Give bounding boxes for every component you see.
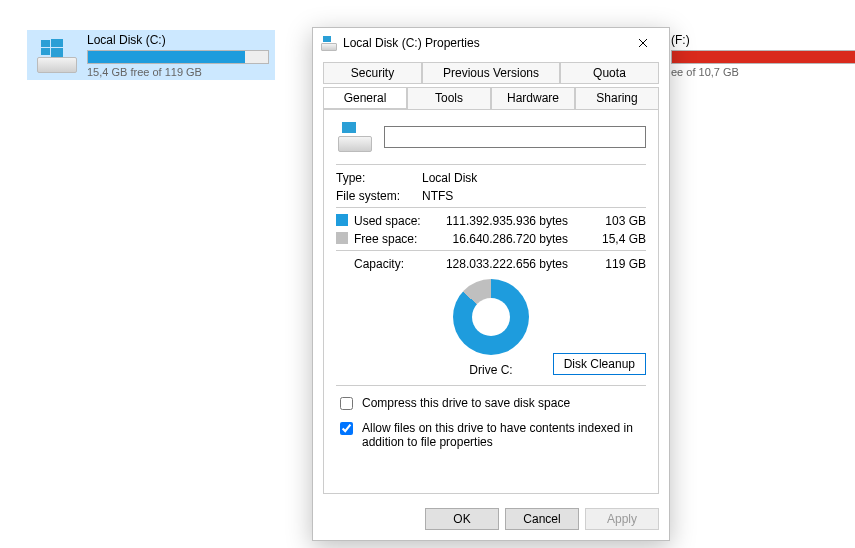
drive-icon [336, 120, 374, 154]
dialog-title: Local Disk (C:) Properties [343, 36, 617, 50]
drive-tile-f[interactable]: (F:) ee of 10,7 GB [665, 30, 855, 80]
used-space-label: Used space: [336, 214, 422, 228]
tab-security[interactable]: Security [323, 62, 422, 84]
fs-label: File system: [336, 189, 422, 203]
drive-free-text: ee of 10,7 GB [671, 66, 855, 78]
compress-checkbox[interactable] [340, 397, 353, 410]
tab-hardware[interactable]: Hardware [491, 87, 575, 109]
cancel-button[interactable]: Cancel [505, 508, 579, 530]
properties-dialog: Local Disk (C:) Properties Security Prev… [312, 27, 670, 541]
index-label: Allow files on this drive to have conten… [362, 421, 646, 449]
close-button[interactable] [623, 31, 663, 55]
tab-panel-general: Type: Local Disk File system: NTFS Used … [323, 109, 659, 494]
capacity-bytes: 128.033.222.656 bytes [422, 257, 586, 271]
drive-label-input[interactable] [384, 126, 646, 148]
tab-previous-versions[interactable]: Previous Versions [422, 62, 560, 84]
tab-tools[interactable]: Tools [407, 87, 491, 109]
tab-sharing[interactable]: Sharing [575, 87, 659, 109]
svg-rect-2 [41, 48, 50, 55]
drive-icon [321, 35, 337, 51]
drive-tile-c[interactable]: Local Disk (C:) 15,4 GB free of 119 GB [27, 30, 275, 80]
free-space-human: 15,4 GB [586, 232, 646, 246]
windows-icon [41, 37, 63, 59]
tab-quota[interactable]: Quota [560, 62, 659, 84]
ok-button[interactable]: OK [425, 508, 499, 530]
type-value: Local Disk [422, 171, 646, 185]
free-space-bytes: 16.640.286.720 bytes [422, 232, 586, 246]
capacity-label: Capacity: [336, 257, 422, 271]
tab-general[interactable]: General [323, 87, 407, 109]
svg-rect-0 [41, 40, 50, 47]
fs-value: NTFS [422, 189, 646, 203]
title-bar[interactable]: Local Disk (C:) Properties [313, 28, 669, 58]
drive-name: Local Disk (C:) [87, 33, 269, 47]
apply-button[interactable]: Apply [585, 508, 659, 530]
drive-free-text: 15,4 GB free of 119 GB [87, 66, 269, 78]
free-space-label: Free space: [336, 232, 422, 246]
type-label: Type: [336, 171, 422, 185]
disk-cleanup-button[interactable]: Disk Cleanup [553, 353, 646, 375]
index-checkbox[interactable] [340, 422, 353, 435]
drive-icon [33, 31, 81, 79]
index-checkbox-row[interactable]: Allow files on this drive to have conten… [336, 421, 646, 449]
compress-checkbox-row[interactable]: Compress this drive to save disk space [336, 396, 646, 413]
capacity-pie-chart [453, 279, 529, 355]
svg-rect-1 [51, 39, 63, 47]
drive-name: (F:) [671, 33, 855, 47]
drive-capacity-bar [87, 50, 269, 64]
used-space-bytes: 111.392.935.936 bytes [422, 214, 586, 228]
compress-label: Compress this drive to save disk space [362, 396, 570, 410]
capacity-human: 119 GB [586, 257, 646, 271]
drive-capacity-bar [671, 50, 855, 64]
svg-rect-3 [51, 48, 63, 57]
close-icon [638, 38, 648, 48]
drive-caption: Drive C: [469, 363, 512, 377]
used-space-human: 103 GB [586, 214, 646, 228]
